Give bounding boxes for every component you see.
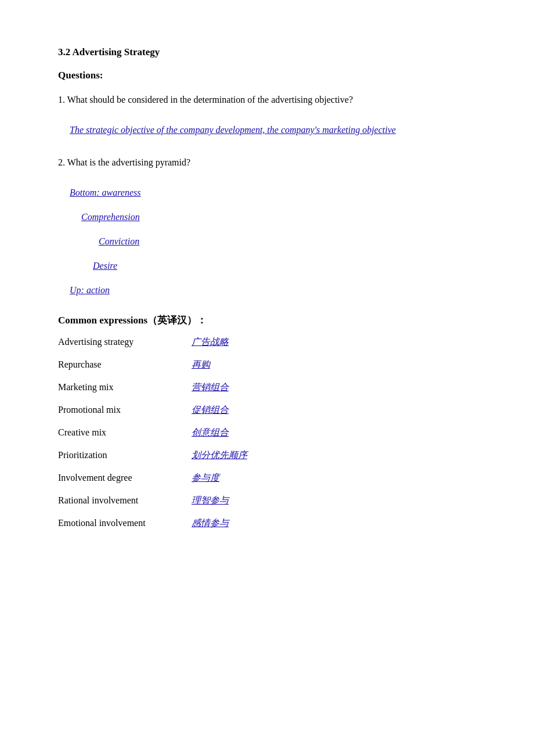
expression-english: Prioritization [58, 450, 192, 460]
q1-text: 1. What should be considered in the dete… [58, 91, 476, 109]
q2-answer-conviction: Conviction [58, 232, 476, 251]
expression-chinese: 参与度 [192, 472, 219, 484]
expression-english: Emotional involvement [58, 518, 192, 528]
q2-answer-action: Up: action [58, 281, 476, 300]
expression-chinese: 广告战略 [192, 336, 229, 348]
expression-english: Repurchase [58, 359, 192, 370]
q2-answer-awareness: Bottom: awareness [58, 183, 476, 202]
expression-row: Rational involvement理智参与 [58, 495, 476, 507]
expression-english: Rational involvement [58, 495, 192, 506]
section-heading: 3.2 Advertising Strategy [58, 46, 476, 58]
expression-chinese: 划分优先顺序 [192, 449, 247, 462]
common-expressions-heading: Common expressions（英译汉）： [58, 314, 476, 327]
expression-english: Marketing mix [58, 382, 192, 393]
question-2: 2. What is the advertising pyramid? Bott… [58, 153, 476, 300]
expressions-list: Advertising strategy广告战略Repurchase再购Mark… [58, 336, 476, 530]
expression-chinese: 促销组合 [192, 404, 229, 416]
expression-row: Marketing mix营销组合 [58, 381, 476, 394]
expression-chinese: 再购 [192, 359, 210, 371]
q2-answer-comprehension: Comprehension [58, 208, 476, 226]
expression-chinese: 感情参与 [192, 517, 229, 530]
expression-english: Advertising strategy [58, 337, 192, 347]
q1-answer: The strategic objective of the company d… [58, 121, 476, 139]
q2-text: 2. What is the advertising pyramid? [58, 153, 476, 172]
expression-english: Creative mix [58, 427, 192, 438]
expression-english: Involvement degree [58, 473, 192, 483]
expression-row: Repurchase再购 [58, 359, 476, 371]
expression-chinese: 理智参与 [192, 495, 229, 507]
expression-row: Creative mix创意组合 [58, 427, 476, 439]
expression-chinese: 创意组合 [192, 427, 229, 439]
expression-row: Emotional involvement感情参与 [58, 517, 476, 530]
expression-row: Involvement degree参与度 [58, 472, 476, 484]
expression-chinese: 营销组合 [192, 381, 229, 394]
expression-english: Promotional mix [58, 405, 192, 415]
questions-label: Questions: [58, 70, 476, 81]
expression-row: Advertising strategy广告战略 [58, 336, 476, 348]
expression-row: Promotional mix促销组合 [58, 404, 476, 416]
question-1: 1. What should be considered in the dete… [58, 91, 476, 139]
expression-row: Prioritization划分优先顺序 [58, 449, 476, 462]
q2-answer-desire: Desire [58, 257, 476, 275]
